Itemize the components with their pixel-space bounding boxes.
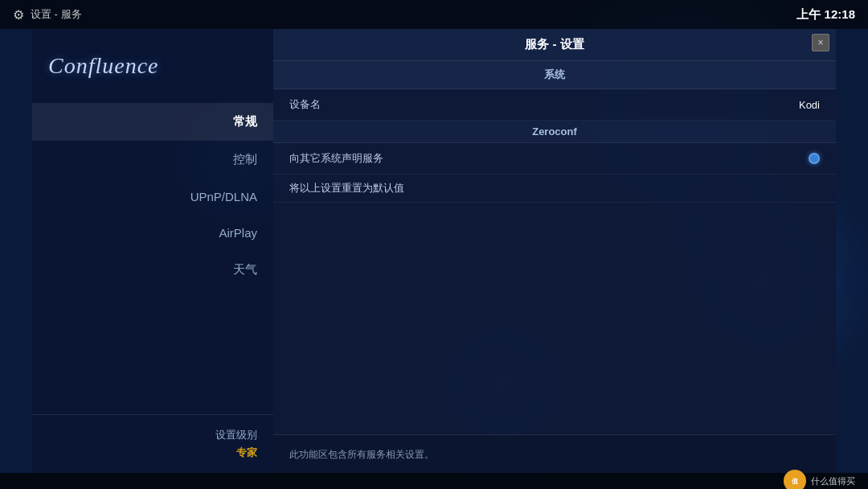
confluence-logo: Confluence [48, 53, 159, 79]
announce-toggle[interactable] [809, 153, 820, 164]
sidebar-item-general[interactable]: 常规 [32, 103, 273, 141]
sidebar-item-control[interactable]: 控制 [32, 141, 273, 179]
top-bar-left: ⚙ 设置 - 服务 [13, 7, 82, 23]
announce-label: 向其它系统声明服务 [289, 151, 809, 166]
content-panel: 服务 - 设置 × 系统 设备名 Kodi Zeroconf 向其它系统声明服务… [273, 29, 836, 473]
top-bar-title: 设置 - 服务 [31, 7, 82, 22]
sidebar: Confluence 常规 控制 UPnP/DLNA AirPlay 天气 设置… [32, 29, 273, 473]
description-text: 此功能区包含所有服务相关设置。 [289, 449, 434, 460]
settings-area: 系统 设备名 Kodi Zeroconf 向其它系统声明服务 将以上设置重置为默… [273, 61, 836, 434]
dialog-header: 服务 - 设置 × [273, 29, 836, 61]
bottom-logo-text: 什么值得买 [811, 475, 855, 487]
bottom-logo-badge: 值 [784, 470, 806, 489]
description-area: 此功能区包含所有服务相关设置。 [273, 434, 836, 473]
dialog-title: 服务 - 设置 [289, 37, 820, 52]
top-bar: ⚙ 设置 - 服务 上午 12:18 [0, 0, 868, 29]
setting-row-reset[interactable]: 将以上设置重置为默认值 [273, 175, 836, 203]
logo-area: Confluence [32, 37, 273, 103]
device-name-label: 设备名 [289, 97, 791, 112]
gear-icon: ⚙ [13, 7, 24, 23]
setting-row-device-name[interactable]: 设备名 Kodi [273, 89, 836, 121]
close-button[interactable]: × [812, 34, 829, 51]
sidebar-item-airplay[interactable]: AirPlay [32, 215, 273, 251]
main-container: Confluence 常规 控制 UPnP/DLNA AirPlay 天气 设置… [32, 29, 836, 473]
sidebar-footer: 设置级别 专家 [32, 414, 273, 473]
settings-level-label: 设置级别 [48, 428, 257, 442]
bottom-bar: 值 什么值得买 [0, 473, 868, 489]
section-zeroconf-header: Zeroconf [273, 121, 836, 143]
sidebar-item-upnp[interactable]: UPnP/DLNA [32, 179, 273, 215]
sidebar-item-weather[interactable]: 天气 [32, 251, 273, 289]
section-system-header: 系统 [273, 61, 836, 89]
top-bar-time: 上午 12:18 [796, 7, 855, 23]
setting-row-announce[interactable]: 向其它系统声明服务 [273, 143, 836, 175]
settings-level-value: 专家 [48, 446, 257, 460]
reset-label: 将以上设置重置为默认值 [289, 181, 404, 195]
sidebar-nav: 常规 控制 UPnP/DLNA AirPlay 天气 [32, 103, 273, 414]
bottom-logo: 值 什么值得买 [784, 470, 855, 489]
device-name-value: Kodi [799, 99, 820, 111]
